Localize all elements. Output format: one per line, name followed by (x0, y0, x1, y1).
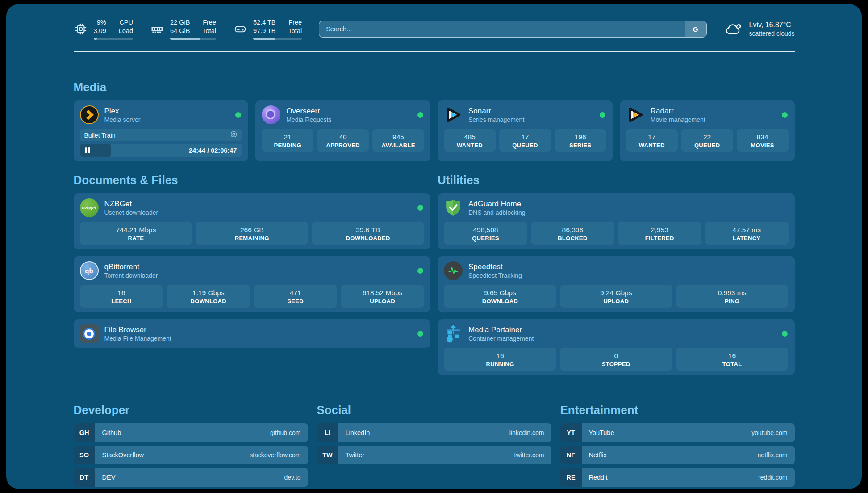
cpu-icon (74, 22, 88, 36)
section-title-social: Social (317, 403, 551, 417)
app-card-filebrowser[interactable]: File Browser Media File Management (74, 319, 431, 348)
app-card-overseerr[interactable]: Overseerr Media Requests 21 PENDING 40 A… (255, 100, 430, 161)
stat-download: 1.19 Gbps DOWNLOAD (167, 285, 250, 308)
stat-series: 196 SERIES (555, 129, 606, 152)
app-name: Media Portainer (468, 325, 534, 334)
app-description: Media server (104, 116, 141, 124)
disk-total-label: Total (288, 27, 302, 35)
clouds-icon (724, 20, 743, 38)
stat-wanted: 485 WANTED (444, 129, 496, 152)
app-card-sonarr[interactable]: Sonarr Series management 485 WANTED 17 Q… (438, 100, 613, 161)
bookmark-abbr: GH (74, 423, 95, 442)
system-widgets: 9% CPU 3.09 Load (74, 18, 302, 40)
disk-widget: 52.4 TB Free 97.9 TB Total (233, 18, 302, 40)
stat-pending: 21 PENDING (262, 129, 313, 152)
bookmark-stackoverflow[interactable]: SO StackOverflow stackoverflow.com (74, 446, 308, 464)
bookmark-url: youtube.com (751, 429, 787, 436)
app-name: qBittorrent (104, 262, 158, 272)
stat-leech: 16 LEECH (80, 285, 163, 308)
bookmark-netflix[interactable]: NF Netflix netflix.com (560, 446, 795, 464)
qbittorrent-icon: qb (80, 261, 99, 280)
stat-download: 9.65 Gbps DOWNLOAD (444, 285, 556, 308)
memory-free-value: 22 GiB (170, 18, 190, 27)
cpu-load-label: Load (119, 27, 133, 35)
app-card-radarr[interactable]: Radarr Movie management 17 WANTED 22 QUE… (620, 100, 795, 161)
stat-wanted: 17 WANTED (626, 129, 678, 152)
status-dot (782, 331, 788, 337)
bookmark-abbr: DT (74, 468, 95, 487)
plex-icon (80, 105, 99, 124)
sonarr-icon (444, 105, 463, 124)
app-card-speedtest[interactable]: Speedtest Speedtest Tracking 9.65 Gbps D… (438, 256, 795, 312)
dashboard-panel: 9% CPU 3.09 Load (6, 4, 862, 489)
app-description: Movie management (651, 116, 705, 124)
search-bar: G (319, 21, 706, 38)
bookmark-url: stackoverflow.com (250, 451, 300, 459)
stat-latency: 47.57 ms LATENCY (705, 222, 789, 245)
app-name: Speedtest (468, 262, 522, 272)
bookmark-linkedin[interactable]: LI LinkedIn linkedin.com (317, 423, 551, 442)
bookmark-abbr: TW (317, 446, 338, 464)
disk-free-value: 52.4 TB (253, 18, 276, 27)
bookmark-name: DEV (102, 474, 116, 481)
app-description: Media File Management (104, 334, 171, 343)
bookmark-abbr: LI (317, 423, 338, 442)
bookmark-name: Reddit (589, 474, 608, 481)
app-name: Plex (104, 106, 141, 116)
app-card-adguard[interactable]: AdGuard Home DNS and adblocking 498,508 … (438, 193, 795, 249)
weather-widget: Lviv, 16.87°C scattered clouds (724, 20, 795, 38)
bookmark-name: StackOverflow (102, 451, 144, 459)
bookmark-url: github.com (270, 429, 300, 436)
adguard-icon (444, 198, 463, 217)
app-name: Radarr (651, 106, 705, 116)
cpu-usage-value: 9% (94, 18, 106, 27)
weather-location-temp: Lviv, 16.87°C (749, 21, 795, 29)
bookmark-github[interactable]: GH Github github.com (74, 423, 308, 442)
stat-approved: 40 APPROVED (317, 129, 369, 152)
now-playing-title: Bullet Train (84, 132, 116, 139)
disk-free-label: Free (288, 18, 302, 27)
bookmark-youtube[interactable]: YT YouTube youtube.com (560, 423, 795, 442)
bookmark-twitter[interactable]: TW Twitter twitter.com (317, 446, 551, 464)
stat-remaining: 266 GB REMAINING (196, 222, 308, 245)
portainer-icon (444, 324, 463, 343)
app-name: File Browser (104, 325, 171, 334)
section-title-entertainment: Entertainment (560, 403, 795, 417)
bookmark-name: LinkedIn (346, 429, 370, 436)
bookmark-name: Github (102, 429, 121, 436)
stat-running: 16 RUNNING (444, 348, 556, 371)
bookmark-abbr: NF (560, 446, 582, 464)
stat-queued: 17 QUEUED (499, 129, 551, 152)
cpu-progress-bar (94, 38, 134, 40)
bookmark-name: YouTube (589, 429, 614, 436)
memory-widget: 22 GiB Free 64 GiB Total (150, 18, 216, 40)
app-card-qbittorrent[interactable]: qb qBittorrent Torrent downloader 16 LEE… (74, 256, 431, 312)
status-dot (600, 112, 605, 118)
app-description: Torrent downloader (104, 272, 158, 280)
bookmark-dev[interactable]: DT DEV dev.to (74, 468, 308, 487)
app-card-plex[interactable]: Plex Media server Bullet Train (74, 100, 249, 161)
app-description: Usenet downloader (104, 209, 159, 217)
bookmark-reddit[interactable]: RE Reddit reddit.com (560, 468, 795, 487)
search-input[interactable] (319, 21, 706, 38)
stat-ping: 0.993 ms PING (676, 285, 789, 308)
stat-queries: 498,508 QUERIES (444, 222, 527, 245)
pause-button[interactable] (85, 147, 90, 153)
app-description: Container management (468, 334, 534, 343)
search-engine-button[interactable]: G (685, 21, 706, 37)
bookmark-url: reddit.com (758, 474, 787, 481)
status-dot (417, 205, 423, 211)
memory-icon (150, 22, 164, 36)
nzbget-icon: nzbget (80, 198, 99, 217)
bookmark-url: twitter.com (514, 451, 544, 459)
speedtest-icon (444, 261, 463, 280)
memory-free-label: Free (202, 18, 216, 27)
memory-total-value: 64 GiB (170, 27, 190, 35)
status-dot (782, 112, 788, 118)
bookmark-name: Netflix (589, 451, 607, 459)
cpu-usage-label: CPU (119, 18, 133, 27)
app-card-portainer[interactable]: Media Portainer Container management 16 … (438, 319, 795, 375)
app-name: Overseerr (286, 106, 331, 116)
header-bar: 9% CPU 3.09 Load (74, 4, 795, 42)
app-card-nzbget[interactable]: nzbget NZBGet Usenet downloader 744.21 M… (74, 193, 431, 249)
